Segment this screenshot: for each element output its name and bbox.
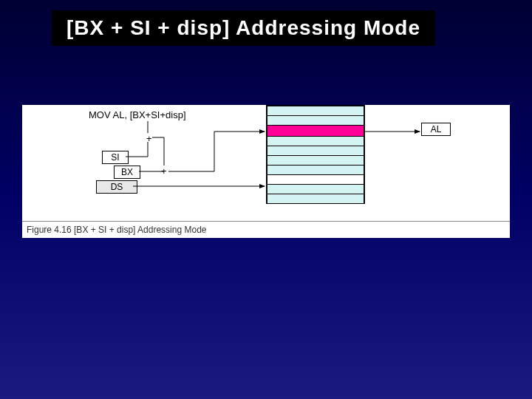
slide-title: [BX + SI + disp] Addressing Mode bbox=[52, 10, 435, 46]
memory-cell-highlight bbox=[267, 126, 364, 137]
memory-cell bbox=[267, 106, 364, 116]
instruction-label: MOV AL, [BX+SI+disp] bbox=[89, 109, 186, 120]
memory-cell bbox=[267, 194, 364, 204]
si-register-box: SI bbox=[102, 151, 129, 164]
memory-cell bbox=[267, 166, 364, 175]
al-register-box: AL bbox=[421, 123, 451, 136]
memory-cell bbox=[267, 156, 364, 166]
plus-icon: + bbox=[146, 133, 152, 144]
memory-cell bbox=[267, 185, 364, 194]
ds-register-box: DS bbox=[96, 180, 137, 194]
memory-cell bbox=[267, 175, 364, 185]
plus-icon: + bbox=[161, 166, 167, 177]
memory-cell bbox=[267, 146, 364, 156]
figure-panel: MOV AL, [BX+SI+disp] SI BX DS AL + + bbox=[22, 105, 510, 238]
figure-caption: Figure 4.16 [BX + SI + disp] Addressing … bbox=[27, 225, 206, 235]
memory-cell bbox=[267, 116, 364, 126]
memory-stack bbox=[266, 105, 365, 204]
bx-register-box: BX bbox=[114, 166, 140, 179]
divider-line bbox=[22, 221, 510, 222]
memory-cell bbox=[267, 137, 364, 146]
